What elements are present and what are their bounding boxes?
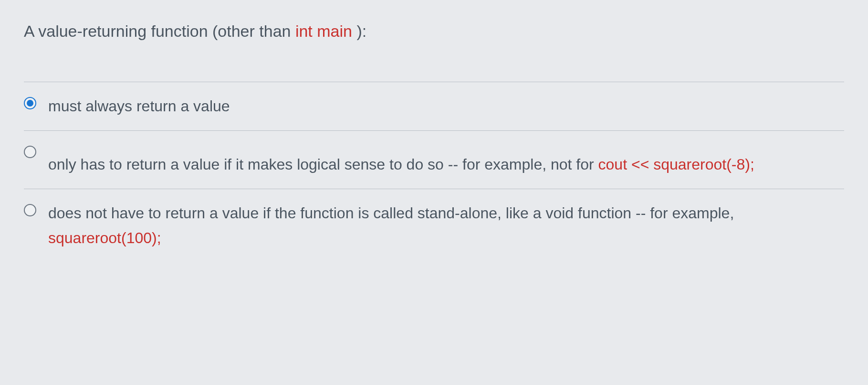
option-label-1: must always return a value [48,94,230,118]
radio-button-3[interactable] [24,204,36,216]
option-label-2: only has to return a value if it makes l… [48,143,754,177]
radio-wrapper [24,143,36,158]
option-label-3: does not have to return a value if the f… [48,201,844,250]
question-container: A value-returning function (other than i… [24,19,844,262]
option-row-1[interactable]: must always return a value [24,82,844,130]
option-1-text: must always return a value [48,97,230,115]
radio-button-1[interactable] [24,97,36,109]
radio-button-2[interactable] [24,146,36,158]
radio-wrapper [24,201,36,216]
options-list: must always return a value only has to r… [24,82,844,262]
option-3-code: squareroot(100); [48,229,161,246]
option-row-3[interactable]: does not have to return a value if the f… [24,189,844,262]
option-2-code: cout << squareroot(-8); [598,156,754,173]
question-prefix: A value-returning function (other than [24,22,295,40]
question-code: int main [295,22,357,40]
question-suffix: ): [356,22,366,40]
option-2-text: only has to return a value if it makes l… [48,156,598,173]
question-text: A value-returning function (other than i… [24,19,844,58]
radio-wrapper [24,94,36,109]
option-3-text: does not have to return a value if the f… [48,204,734,222]
option-row-2[interactable]: only has to return a value if it makes l… [24,130,844,189]
